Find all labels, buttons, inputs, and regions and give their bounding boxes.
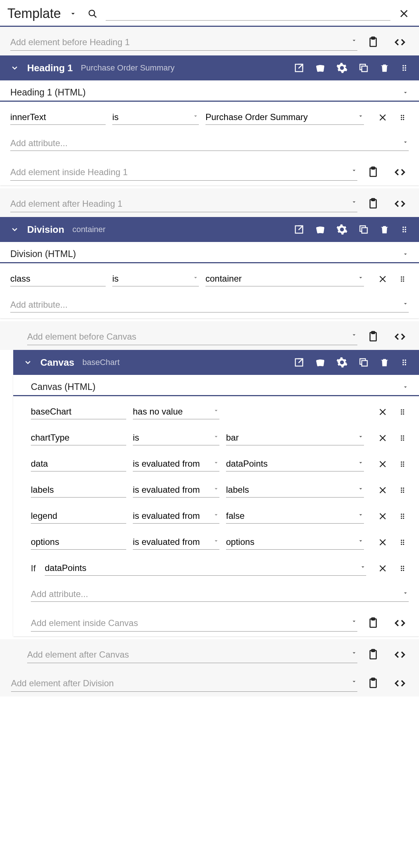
drag-handle-icon[interactable] xyxy=(396,484,409,496)
drag-handle-icon[interactable] xyxy=(396,111,409,124)
code-icon[interactable] xyxy=(391,328,409,346)
attr-value-input[interactable] xyxy=(226,456,364,471)
drag-handle-icon[interactable] xyxy=(398,357,411,368)
add-after-division-input[interactable] xyxy=(11,675,357,692)
chevron-down-icon[interactable] xyxy=(357,433,364,440)
chevron-down-icon[interactable] xyxy=(357,274,364,281)
drag-handle-icon[interactable] xyxy=(398,62,411,74)
attr-op-select[interactable] xyxy=(112,110,199,124)
chevron-down-icon[interactable] xyxy=(213,485,219,492)
copy-icon[interactable] xyxy=(356,61,371,75)
attr-value-input[interactable] xyxy=(226,509,364,523)
attr-name-input[interactable] xyxy=(31,404,126,419)
attr-value-input[interactable] xyxy=(205,271,364,286)
open-new-icon[interactable] xyxy=(291,223,307,236)
chevron-down-icon[interactable] xyxy=(213,538,219,544)
chevron-down-icon[interactable] xyxy=(351,618,357,625)
close-icon[interactable] xyxy=(376,272,390,286)
add-attribute-input[interactable] xyxy=(31,587,409,601)
collapse-icon[interactable] xyxy=(8,62,21,74)
chevron-down-icon[interactable] xyxy=(402,139,409,145)
cards-icon[interactable] xyxy=(313,61,328,75)
close-icon[interactable] xyxy=(376,457,390,471)
attr-name-input[interactable] xyxy=(10,271,106,286)
attr-value-input[interactable] xyxy=(226,535,364,549)
clipboard-icon[interactable] xyxy=(365,615,382,632)
trash-icon[interactable] xyxy=(377,61,392,75)
attr-op-select[interactable] xyxy=(133,535,219,549)
chevron-down-icon[interactable] xyxy=(357,485,364,492)
drag-handle-icon[interactable] xyxy=(396,432,409,444)
chevron-down-icon[interactable] xyxy=(213,511,219,518)
drag-handle-icon[interactable] xyxy=(396,406,409,418)
drag-handle-icon[interactable] xyxy=(396,273,409,285)
gear-icon[interactable] xyxy=(334,355,350,370)
chevron-down-icon[interactable] xyxy=(351,332,357,338)
close-icon[interactable] xyxy=(376,561,390,575)
gear-icon[interactable] xyxy=(334,61,350,75)
attr-name-input[interactable] xyxy=(31,430,126,445)
chevron-down-icon[interactable] xyxy=(357,538,364,544)
search-input[interactable] xyxy=(106,7,390,21)
close-icon[interactable] xyxy=(376,431,390,445)
attr-name-input[interactable] xyxy=(31,509,126,524)
code-icon[interactable] xyxy=(391,33,409,51)
attr-value-input[interactable] xyxy=(226,482,364,497)
drag-handle-icon[interactable] xyxy=(396,562,409,575)
chevron-down-icon[interactable] xyxy=(351,37,357,44)
attr-op-select[interactable] xyxy=(133,482,219,497)
chevron-down-icon[interactable] xyxy=(402,89,409,96)
if-value-input[interactable] xyxy=(45,561,366,575)
close-icon[interactable] xyxy=(376,111,390,124)
add-after-heading1-input[interactable] xyxy=(10,196,357,212)
attr-name-input[interactable] xyxy=(31,482,126,498)
chevron-down-icon[interactable] xyxy=(357,113,364,119)
code-icon[interactable] xyxy=(391,195,409,213)
attr-name-input[interactable] xyxy=(31,456,126,471)
chevron-down-icon[interactable] xyxy=(192,274,199,281)
attr-value-input[interactable] xyxy=(205,110,364,124)
clipboard-icon[interactable] xyxy=(365,675,382,692)
cards-icon[interactable] xyxy=(313,355,328,369)
clipboard-icon[interactable] xyxy=(365,34,382,51)
attr-name-input[interactable] xyxy=(10,110,106,125)
code-icon[interactable] xyxy=(391,163,409,181)
gear-icon[interactable] xyxy=(334,222,350,237)
attr-op-select[interactable] xyxy=(133,430,219,445)
attr-op-select[interactable] xyxy=(133,509,219,523)
chevron-down-icon[interactable] xyxy=(192,113,199,119)
clipboard-icon[interactable] xyxy=(365,328,382,345)
add-inside-canvas-input[interactable] xyxy=(31,615,357,632)
code-icon[interactable] xyxy=(391,646,409,663)
add-inside-heading1-input[interactable] xyxy=(10,164,357,181)
add-attribute-input[interactable] xyxy=(10,136,409,151)
close-icon[interactable] xyxy=(376,535,390,549)
title-dropdown-button[interactable] xyxy=(67,7,79,20)
code-icon[interactable] xyxy=(391,614,409,632)
drag-handle-icon[interactable] xyxy=(398,224,411,235)
chevron-down-icon[interactable] xyxy=(357,511,364,518)
chevron-down-icon[interactable] xyxy=(213,433,219,440)
trash-icon[interactable] xyxy=(377,356,392,369)
close-icon[interactable] xyxy=(396,6,412,21)
chevron-down-icon[interactable] xyxy=(402,300,409,307)
attr-op-select[interactable] xyxy=(133,404,219,419)
code-icon[interactable] xyxy=(391,674,409,692)
cards-icon[interactable] xyxy=(313,223,328,236)
copy-icon[interactable] xyxy=(356,223,371,236)
chevron-down-icon[interactable] xyxy=(402,251,409,257)
close-icon[interactable] xyxy=(376,509,390,523)
close-icon[interactable] xyxy=(376,483,390,497)
copy-icon[interactable] xyxy=(356,355,371,369)
chevron-down-icon[interactable] xyxy=(351,199,357,205)
attr-name-input[interactable] xyxy=(31,535,126,550)
chevron-down-icon[interactable] xyxy=(213,407,219,414)
trash-icon[interactable] xyxy=(377,223,392,236)
chevron-down-icon[interactable] xyxy=(351,650,357,656)
drag-handle-icon[interactable] xyxy=(396,458,409,470)
add-after-canvas-input[interactable] xyxy=(27,647,357,663)
add-attribute-input[interactable] xyxy=(10,297,409,312)
open-new-icon[interactable] xyxy=(291,355,307,369)
chevron-down-icon[interactable] xyxy=(357,459,364,466)
attr-op-select[interactable] xyxy=(112,271,199,286)
